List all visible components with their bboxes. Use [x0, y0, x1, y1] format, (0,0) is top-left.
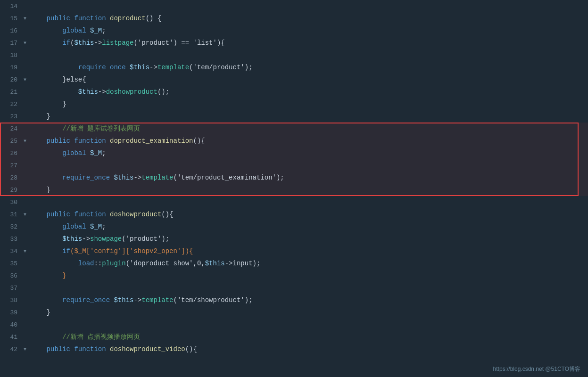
token: load	[78, 260, 94, 267]
line-number: 40	[0, 321, 21, 328]
code-line: 24 //新增 题库试卷列表网页	[0, 123, 588, 135]
token	[31, 64, 78, 71]
code-line: 15▼ public function doproduct() {	[0, 12, 588, 25]
code-content: load::plugin('doproduct_show',0,$this->i…	[29, 260, 588, 267]
token	[106, 137, 110, 145]
token: (){	[185, 345, 197, 353]
token: }	[47, 186, 50, 194]
token: ('product');	[122, 235, 169, 243]
code-line: 32 global $_M;	[0, 221, 588, 233]
code-line: 25▼ public function doproduct_examinatio…	[0, 135, 588, 147]
code-line: 22 }	[0, 98, 588, 110]
fold-arrow[interactable]: ▼	[21, 139, 29, 144]
line-number: 37	[0, 285, 21, 292]
line-number: 31	[0, 211, 21, 218]
code-line: 27	[0, 159, 588, 172]
code-line: 39 }	[0, 306, 588, 319]
line-number: 15	[0, 15, 21, 22]
token: template	[141, 296, 173, 304]
token: if	[62, 247, 70, 255]
token	[31, 125, 62, 132]
token: ('tem/product_examination');	[174, 174, 284, 181]
line-number: 33	[0, 236, 21, 243]
token: ('tem/product');	[189, 64, 252, 71]
token: ('tem/showproduct');	[174, 296, 253, 304]
code-content	[29, 284, 588, 292]
code-content: require_once $this->template('tem/produc…	[29, 174, 588, 181]
fold-arrow[interactable]: ▼	[21, 41, 29, 46]
token: public	[47, 345, 70, 353]
token: ->	[133, 174, 141, 181]
code-content: global $_M;	[29, 149, 588, 157]
fold-arrow[interactable]: ▼	[21, 77, 29, 82]
fold-arrow[interactable]: ▼	[21, 347, 29, 352]
code-line: 23 }	[0, 110, 588, 123]
token: global	[62, 149, 86, 157]
token: $this	[205, 260, 225, 267]
token: function	[74, 345, 106, 353]
fold-arrow[interactable]: ▼	[21, 249, 29, 254]
token	[31, 260, 78, 267]
token	[31, 333, 62, 341]
code-content: //新增 点播视频播放网页	[29, 333, 588, 341]
watermark: https://blog.csdn.net @51CTO博客	[493, 365, 580, 373]
token: ->input);	[225, 260, 261, 267]
token	[31, 309, 47, 316]
token: ('doproduct_show',0,	[126, 260, 205, 267]
code-content: $this->showpage('product');	[29, 235, 588, 243]
code-content	[29, 321, 588, 328]
line-number: 27	[0, 162, 21, 169]
token: $_M	[90, 149, 102, 157]
code-content: require_once $this->template('tem/produc…	[29, 64, 588, 71]
line-number: 36	[0, 272, 21, 279]
code-content: }	[29, 309, 588, 316]
token: ;	[102, 223, 106, 230]
code-line: 41 //新增 点播视频播放网页	[0, 331, 588, 343]
code-line: 34▼ if($_M['config']['shopv2_open']){	[0, 245, 588, 257]
token: ;	[102, 27, 106, 34]
line-number: 16	[0, 27, 21, 34]
token	[31, 149, 62, 157]
token: $this	[78, 88, 98, 96]
token	[31, 247, 62, 255]
code-content	[29, 51, 588, 59]
line-number: 14	[0, 3, 21, 10]
token	[31, 223, 62, 230]
token: global	[62, 27, 86, 34]
code-content: if($this->listpage('product') == 'list')…	[29, 39, 588, 47]
token: ($_M['config']['shopv2_open'])	[70, 247, 189, 255]
token: require_once	[62, 174, 110, 181]
token: $this	[62, 235, 82, 243]
token: () {	[146, 15, 162, 22]
code-line: 30	[0, 196, 588, 208]
token	[106, 345, 110, 353]
token	[31, 296, 62, 304]
code-line: 18	[0, 49, 588, 61]
token: ->	[94, 39, 102, 47]
code-content: public function doproduct() {	[29, 15, 588, 22]
line-number: 42	[0, 346, 21, 353]
token: ('product') == 'list'){	[133, 39, 224, 47]
token: doproduct	[110, 15, 146, 22]
line-number: 21	[0, 89, 21, 96]
line-number: 20	[0, 76, 21, 83]
token	[31, 100, 62, 108]
code-line: 36 }	[0, 270, 588, 282]
token: $this	[114, 296, 133, 304]
token	[126, 64, 130, 71]
token	[31, 15, 47, 22]
token	[31, 113, 47, 120]
token	[86, 27, 90, 34]
token	[31, 88, 78, 96]
line-number: 29	[0, 187, 21, 194]
token: require_once	[78, 64, 126, 71]
fold-arrow[interactable]: ▼	[21, 212, 29, 217]
token	[106, 15, 110, 22]
code-content: global $_M;	[29, 223, 588, 230]
fold-arrow[interactable]: ▼	[21, 16, 29, 21]
token	[31, 174, 62, 181]
token: ->	[98, 88, 106, 96]
token: $_M	[90, 223, 102, 230]
token: function	[74, 15, 106, 22]
code-content	[29, 162, 588, 169]
